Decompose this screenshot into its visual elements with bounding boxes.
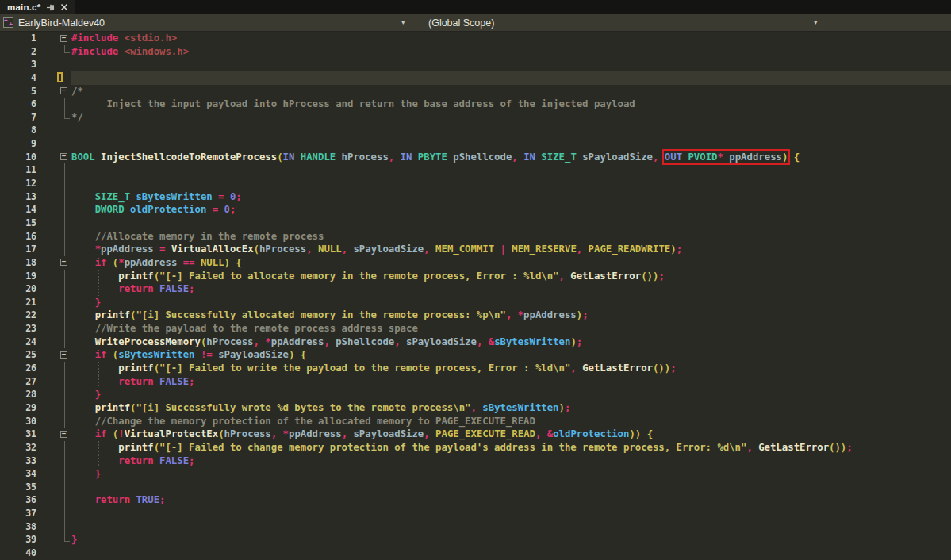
project-dropdown[interactable]: EarlyBird-Maldev40 [18,17,105,29]
fold-collapse-icon[interactable]: – [60,259,67,266]
code-line[interactable]: 40 [0,547,951,560]
fold-margin[interactable]: – [44,348,71,362]
code-line[interactable]: 21 } [0,296,951,309]
code-line[interactable]: 27 return FALSE; [0,375,951,389]
fold-margin[interactable]: – [44,32,71,45]
code-line[interactable]: 18– if (*ppAddress == NULL) { [0,256,951,270]
code-token: NULL [201,257,224,268]
close-icon[interactable] [60,3,68,11]
fold-margin[interactable] [44,467,71,481]
code-line[interactable]: 16 //Allocate memory in the remote proce… [0,230,951,244]
code-token: return [118,376,159,387]
code-line[interactable]: 4 [0,71,951,85]
fold-margin[interactable]: – [44,151,71,164]
code-line[interactable]: 36 return TRUE; [0,493,951,507]
code-token: ; [658,270,664,282]
code-line[interactable]: 30 //Change the memory protection of the… [0,415,951,428]
fold-margin[interactable]: – [44,256,71,270]
code-line[interactable]: 32 printf("[-] Failed to change memory p… [0,441,951,455]
code-line[interactable]: 22 printf("[i] Successfully allocated me… [0,309,951,322]
fold-margin[interactable] [44,230,71,244]
code-line[interactable]: 29 printf("[i] Successfully wrote %d byt… [0,401,951,415]
code-line[interactable]: 9 [0,137,951,151]
code-token: oldProtection [553,428,629,439]
fold-margin[interactable] [44,217,71,230]
code-line[interactable]: 13 SIZE_T sBytesWritten = 0; [0,190,951,204]
scope-dropdown[interactable]: (Global Scope) [428,17,494,29]
chevron-down-icon[interactable]: ▾ [814,18,818,26]
code-line[interactable]: 2#include <windows.h> [0,45,951,59]
fold-margin[interactable] [44,163,71,177]
fold-margin[interactable] [44,362,71,375]
fold-margin[interactable] [44,111,71,125]
code-line[interactable]: 6 Inject the input payload into hProcess… [0,98,951,111]
code-line[interactable]: 31– if (!VirtualProtectEx(hProcess, *ppA… [0,428,951,441]
code-line[interactable]: 1–#include <stdio.h> [0,32,951,45]
fold-margin[interactable] [44,401,71,415]
fold-margin[interactable] [44,124,71,137]
fold-margin[interactable] [44,507,71,520]
code-line[interactable]: 15 [0,217,951,230]
code-line[interactable]: 28 } [0,388,951,401]
code-line[interactable]: 38 [0,520,951,534]
fold-margin[interactable] [44,493,71,507]
fold-margin[interactable] [44,481,71,494]
fold-collapse-icon[interactable]: – [60,351,67,359]
code-line[interactable]: 39} [0,533,951,547]
code-line[interactable]: 35 [0,481,951,494]
code-line[interactable]: 8 [0,124,951,137]
indent-guide [75,415,75,428]
fold-margin[interactable] [44,296,71,309]
fold-margin[interactable] [44,415,71,428]
code-line[interactable]: 5–/* [0,85,951,98]
indent-guide [75,455,75,468]
pin-icon[interactable] [46,3,55,12]
code-line[interactable]: 20 return FALSE; [0,282,951,296]
code-line[interactable]: 12 [0,177,951,190]
fold-collapse-icon[interactable]: – [60,35,67,42]
fold-margin[interactable] [44,441,71,455]
code-line[interactable]: 24 WriteProcessMemory(hProcess, *ppAddre… [0,336,951,349]
fold-margin[interactable] [44,388,71,401]
code-line[interactable]: 19 printf("[-] Failed to allocate memory… [0,270,951,283]
code-line[interactable]: 25– if (sBytesWritten != sPayloadSize) { [0,348,951,362]
fold-margin[interactable] [44,375,71,389]
fold-margin[interactable] [44,177,71,190]
fold-margin[interactable] [44,533,71,547]
tab-main-c[interactable]: main.c* [0,0,75,14]
fold-margin[interactable] [44,203,71,217]
code-line[interactable]: 11 [0,163,951,177]
code-line[interactable]: 10–BOOL InjectShellcodeToRemoteProcess(I… [0,151,951,164]
fold-margin[interactable] [44,137,71,151]
fold-margin[interactable] [44,520,71,534]
fold-margin[interactable] [44,282,71,296]
fold-margin[interactable] [44,270,71,283]
code-line[interactable]: 14 DWORD oldProtection = 0; [0,203,951,217]
chevron-down-icon[interactable]: ▾ [401,18,405,26]
fold-margin[interactable]: – [44,85,71,98]
code-line[interactable]: 26 printf("[-] Failed to write the paylo… [0,362,951,375]
fold-margin[interactable] [44,547,71,560]
code-line[interactable]: 37 [0,507,951,520]
fold-margin[interactable] [44,322,71,336]
fold-margin[interactable] [44,243,71,256]
fold-margin[interactable]: – [44,428,71,441]
fold-collapse-icon[interactable]: – [60,87,67,94]
code-line[interactable]: 23 //Write the payload to the remote pro… [0,322,951,336]
code-line[interactable]: 17 *ppAddress = VirtualAllocEx(hProcess,… [0,243,951,256]
fold-margin[interactable] [44,455,71,468]
code-line[interactable]: 34 } [0,467,951,481]
fold-margin[interactable] [44,98,71,111]
code-token: ppAddress [289,428,342,439]
fold-margin[interactable] [44,45,71,59]
fold-margin[interactable] [44,336,71,349]
fold-margin[interactable] [44,190,71,204]
fold-collapse-icon[interactable]: – [60,153,67,160]
code-editor[interactable]: 1–#include <stdio.h>2#include <windows.h… [0,32,951,560]
code-line[interactable]: 3 [0,58,951,71]
code-line[interactable]: 7*/ [0,111,951,125]
fold-collapse-icon[interactable]: – [60,431,67,438]
fold-margin[interactable] [44,58,71,71]
code-line[interactable]: 33 return FALSE; [0,455,951,468]
fold-margin[interactable] [44,309,71,322]
